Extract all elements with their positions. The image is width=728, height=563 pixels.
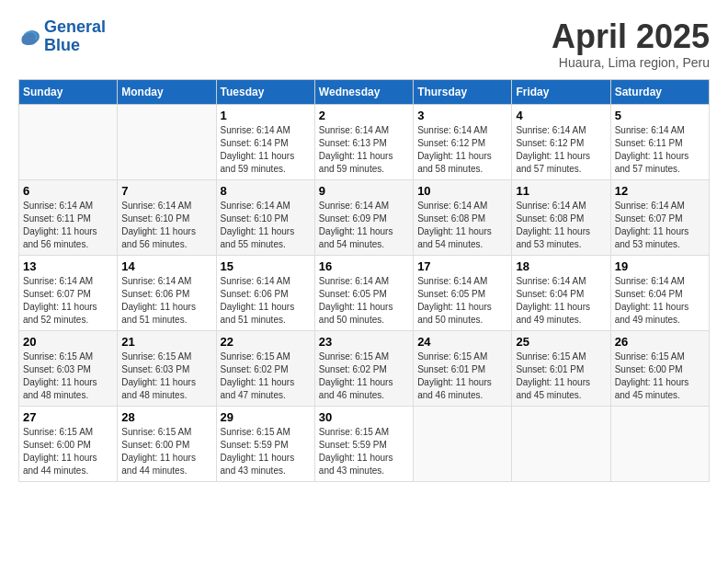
day-number: 1 [221,109,311,122]
day-number: 4 [516,109,606,122]
calendar-cell: 7Sunrise: 6:14 AM Sunset: 6:10 PM Daylig… [118,179,216,255]
day-number: 11 [516,184,606,198]
calendar-table: SundayMondayTuesdayWednesdayThursdayFrid… [18,79,710,482]
calendar-cell: 23Sunrise: 6:15 AM Sunset: 6:02 PM Dayli… [314,330,413,406]
day-of-week-header: Monday [118,79,216,104]
calendar-cell: 29Sunrise: 6:15 AM Sunset: 5:59 PM Dayli… [216,406,314,481]
calendar-cell: 21Sunrise: 6:15 AM Sunset: 6:03 PM Dayli… [118,330,216,406]
calendar-cell: 27Sunrise: 6:15 AM Sunset: 6:00 PM Dayli… [19,406,118,481]
day-info: Sunrise: 6:14 AM Sunset: 6:11 PM Dayligh… [23,200,113,251]
calendar-cell: 4Sunrise: 6:14 AM Sunset: 6:12 PM Daylig… [512,104,610,179]
calendar-body: 1Sunrise: 6:14 AM Sunset: 6:14 PM Daylig… [19,104,710,481]
day-info: Sunrise: 6:14 AM Sunset: 6:07 PM Dayligh… [615,200,705,251]
day-number: 5 [615,109,705,122]
calendar-cell [512,406,610,481]
calendar-cell: 25Sunrise: 6:15 AM Sunset: 6:01 PM Dayli… [512,330,610,406]
day-number: 22 [221,335,311,349]
day-number: 9 [319,184,409,198]
day-number: 16 [319,259,409,273]
calendar-cell: 26Sunrise: 6:15 AM Sunset: 6:00 PM Dayli… [610,330,709,406]
day-of-week-header: Thursday [414,79,512,104]
calendar-week-row: 1Sunrise: 6:14 AM Sunset: 6:14 PM Daylig… [19,104,710,179]
location-subtitle: Huaura, Lima region, Peru [552,55,710,70]
day-number: 25 [516,335,606,349]
calendar-cell: 19Sunrise: 6:14 AM Sunset: 6:04 PM Dayli… [610,255,709,330]
day-info: Sunrise: 6:15 AM Sunset: 6:01 PM Dayligh… [417,350,507,402]
day-info: Sunrise: 6:14 AM Sunset: 6:12 PM Dayligh… [516,124,606,176]
calendar-cell: 9Sunrise: 6:14 AM Sunset: 6:09 PM Daylig… [314,179,413,255]
day-info: Sunrise: 6:15 AM Sunset: 6:00 PM Dayligh… [121,426,211,477]
calendar-cell: 11Sunrise: 6:14 AM Sunset: 6:08 PM Dayli… [512,179,610,255]
day-info: Sunrise: 6:14 AM Sunset: 6:08 PM Dayligh… [417,200,507,251]
calendar-cell: 1Sunrise: 6:14 AM Sunset: 6:14 PM Daylig… [216,104,314,179]
calendar-cell [118,104,216,179]
day-number: 27 [23,410,113,424]
calendar-cell [414,406,512,481]
day-number: 15 [221,259,311,273]
calendar-week-row: 13Sunrise: 6:14 AM Sunset: 6:07 PM Dayli… [19,255,710,330]
calendar-cell: 5Sunrise: 6:14 AM Sunset: 6:11 PM Daylig… [610,104,709,179]
calendar-cell [610,406,709,481]
day-info: Sunrise: 6:14 AM Sunset: 6:05 PM Dayligh… [417,275,507,327]
day-number: 19 [615,259,705,273]
day-info: Sunrise: 6:15 AM Sunset: 6:02 PM Dayligh… [221,350,311,402]
day-info: Sunrise: 6:15 AM Sunset: 5:59 PM Dayligh… [319,426,409,477]
day-of-week-header: Saturday [610,79,709,104]
day-number: 13 [23,259,113,273]
calendar-cell [19,104,118,179]
day-info: Sunrise: 6:15 AM Sunset: 5:59 PM Dayligh… [221,426,311,477]
calendar-cell: 17Sunrise: 6:14 AM Sunset: 6:05 PM Dayli… [414,255,512,330]
day-info: Sunrise: 6:15 AM Sunset: 6:03 PM Dayligh… [23,350,113,402]
day-info: Sunrise: 6:14 AM Sunset: 6:13 PM Dayligh… [319,124,409,176]
day-number: 7 [121,184,211,198]
day-info: Sunrise: 6:14 AM Sunset: 6:10 PM Dayligh… [121,200,211,251]
calendar-week-row: 20Sunrise: 6:15 AM Sunset: 6:03 PM Dayli… [19,330,710,406]
day-info: Sunrise: 6:14 AM Sunset: 6:09 PM Dayligh… [319,200,409,251]
calendar-cell: 20Sunrise: 6:15 AM Sunset: 6:03 PM Dayli… [19,330,118,406]
logo-icon [18,26,40,48]
day-info: Sunrise: 6:14 AM Sunset: 6:10 PM Dayligh… [221,200,311,251]
calendar-cell: 30Sunrise: 6:15 AM Sunset: 5:59 PM Dayli… [314,406,413,481]
day-number: 14 [121,259,211,273]
title-section: April 2025 Huaura, Lima region, Peru [552,18,710,70]
day-number: 21 [121,335,211,349]
day-info: Sunrise: 6:15 AM Sunset: 6:00 PM Dayligh… [615,350,705,402]
calendar-week-row: 27Sunrise: 6:15 AM Sunset: 6:00 PM Dayli… [19,406,710,481]
calendar-cell: 24Sunrise: 6:15 AM Sunset: 6:01 PM Dayli… [414,330,512,406]
calendar-cell: 14Sunrise: 6:14 AM Sunset: 6:06 PM Dayli… [118,255,216,330]
day-of-week-header: Friday [512,79,610,104]
day-number: 8 [221,184,311,198]
calendar-week-row: 6Sunrise: 6:14 AM Sunset: 6:11 PM Daylig… [19,179,710,255]
calendar-cell: 8Sunrise: 6:14 AM Sunset: 6:10 PM Daylig… [216,179,314,255]
day-info: Sunrise: 6:14 AM Sunset: 6:04 PM Dayligh… [516,275,606,327]
day-of-week-header: Sunday [19,79,118,104]
day-info: Sunrise: 6:15 AM Sunset: 6:03 PM Dayligh… [121,350,211,402]
day-number: 18 [516,259,606,273]
calendar-cell: 15Sunrise: 6:14 AM Sunset: 6:06 PM Dayli… [216,255,314,330]
calendar-cell: 12Sunrise: 6:14 AM Sunset: 6:07 PM Dayli… [610,179,709,255]
day-info: Sunrise: 6:14 AM Sunset: 6:07 PM Dayligh… [23,275,113,327]
calendar-cell: 10Sunrise: 6:14 AM Sunset: 6:08 PM Dayli… [414,179,512,255]
day-info: Sunrise: 6:14 AM Sunset: 6:06 PM Dayligh… [221,275,311,327]
day-of-week-header: Wednesday [314,79,413,104]
calendar-cell: 2Sunrise: 6:14 AM Sunset: 6:13 PM Daylig… [314,104,413,179]
calendar-cell: 28Sunrise: 6:15 AM Sunset: 6:00 PM Dayli… [118,406,216,481]
page-header: General Blue April 2025 Huaura, Lima reg… [18,18,710,70]
day-number: 2 [319,109,409,122]
day-info: Sunrise: 6:14 AM Sunset: 6:06 PM Dayligh… [121,275,211,327]
day-info: Sunrise: 6:14 AM Sunset: 6:14 PM Dayligh… [221,124,311,176]
day-number: 20 [23,335,113,349]
calendar-cell: 13Sunrise: 6:14 AM Sunset: 6:07 PM Dayli… [19,255,118,330]
day-info: Sunrise: 6:15 AM Sunset: 6:01 PM Dayligh… [516,350,606,402]
day-info: Sunrise: 6:14 AM Sunset: 6:08 PM Dayligh… [516,200,606,251]
calendar-cell: 22Sunrise: 6:15 AM Sunset: 6:02 PM Dayli… [216,330,314,406]
day-number: 23 [319,335,409,349]
calendar-cell: 16Sunrise: 6:14 AM Sunset: 6:05 PM Dayli… [314,255,413,330]
day-number: 10 [417,184,507,198]
calendar-cell: 6Sunrise: 6:14 AM Sunset: 6:11 PM Daylig… [19,179,118,255]
logo: General Blue [18,18,106,55]
day-number: 26 [615,335,705,349]
logo-blue: Blue [44,36,80,54]
day-number: 12 [615,184,705,198]
header-row: SundayMondayTuesdayWednesdayThursdayFrid… [19,79,710,104]
